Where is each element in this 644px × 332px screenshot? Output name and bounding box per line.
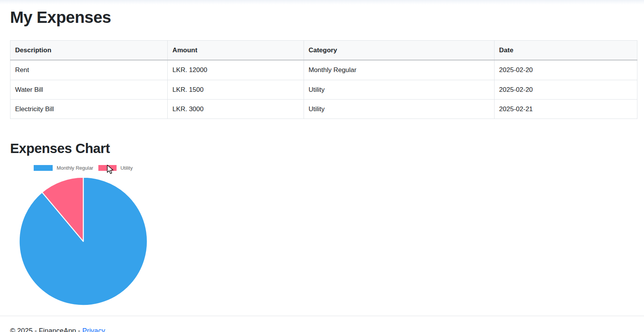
top-page-gradient	[0, 0, 644, 5]
cell-description: Electricity Bill	[10, 99, 168, 119]
legend-item-monthly-regular[interactable]: Monthly Regular	[34, 165, 93, 171]
expenses-pie-chart: Monthly Regular Utility	[10, 165, 156, 308]
main-content: My Expenses Description Amount Category …	[0, 9, 644, 308]
privacy-link[interactable]: Privacy	[82, 327, 105, 332]
cell-date: 2025-02-20	[494, 60, 637, 80]
footer: © 2025 - FinanceApp - Privacy	[0, 316, 644, 332]
copyright-text: © 2025 - FinanceApp -	[10, 327, 82, 332]
cell-amount: LKR. 1500	[168, 80, 304, 99]
table-row: Rent LKR. 12000 Monthly Regular 2025-02-…	[10, 60, 637, 80]
cell-category: Monthly Regular	[304, 60, 494, 80]
chart-heading: Expenses Chart	[10, 141, 637, 156]
legend-label: Utility	[120, 165, 133, 171]
column-header-amount: Amount	[168, 41, 304, 60]
table-row: Water Bill LKR. 1500 Utility 2025-02-20	[10, 80, 637, 99]
cell-description: Water Bill	[10, 80, 168, 99]
cell-category: Utility	[304, 99, 494, 119]
table-row: Electricity Bill LKR. 3000 Utility 2025-…	[10, 99, 637, 119]
cell-amount: LKR. 12000	[168, 60, 304, 80]
cell-category: Utility	[304, 80, 494, 99]
pie-chart-canvas	[18, 176, 148, 308]
table-header-row: Description Amount Category Date	[10, 41, 637, 60]
column-header-category: Category	[304, 41, 494, 60]
expenses-table: Description Amount Category Date Rent LK…	[10, 40, 637, 119]
legend-item-utility[interactable]: Utility	[98, 165, 133, 171]
cell-date: 2025-02-21	[494, 99, 637, 119]
column-header-date: Date	[494, 41, 637, 60]
cell-amount: LKR. 3000	[168, 99, 304, 119]
pie-chart	[18, 176, 148, 306]
legend-swatch-pink	[98, 165, 117, 171]
legend-label: Monthly Regular	[57, 165, 93, 171]
page-title: My Expenses	[10, 9, 637, 26]
legend-swatch-blue	[34, 165, 53, 171]
chart-legend: Monthly Regular Utility	[10, 165, 156, 171]
column-header-description: Description	[10, 41, 168, 60]
cell-date: 2025-02-20	[494, 80, 637, 99]
cell-description: Rent	[10, 60, 168, 80]
